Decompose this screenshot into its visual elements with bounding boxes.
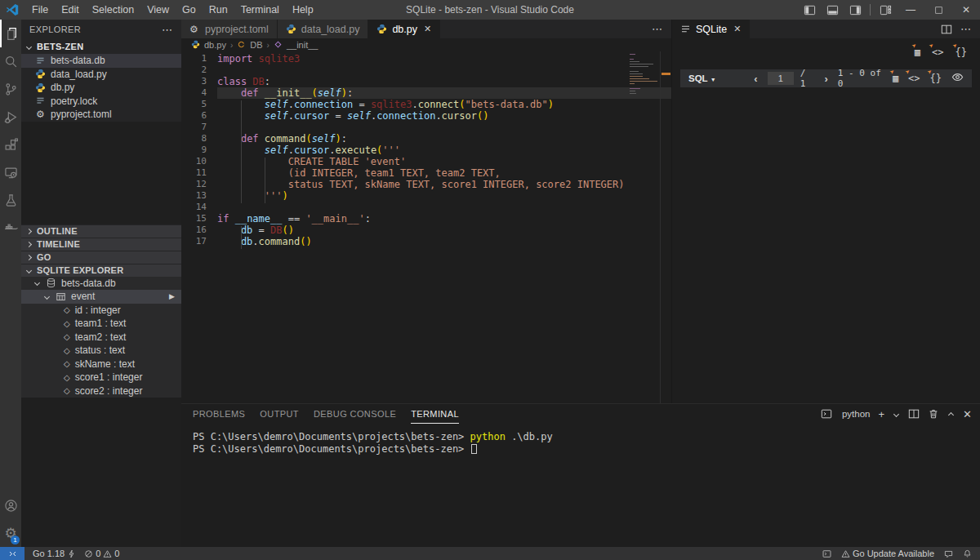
sqlite-table-row-event[interactable]: event▶ bbox=[21, 290, 181, 304]
code-line-13[interactable]: 13 ''') bbox=[181, 190, 671, 202]
close-window-button[interactable]: ✕ bbox=[952, 0, 980, 20]
tab-pyproject.toml[interactable]: ⚙pyproject.toml bbox=[181, 20, 278, 38]
menu-edit[interactable]: Edit bbox=[55, 0, 86, 20]
code-line-17[interactable]: 17 db.command() bbox=[181, 236, 671, 247]
code-line-12[interactable]: 12 status TEXT, skName TEXT, score1 INTE… bbox=[181, 179, 671, 190]
file-item-data_load.py[interactable]: data_load.py bbox=[21, 68, 181, 82]
project-root-row[interactable]: BETS-ZEN bbox=[21, 39, 181, 54]
column-row-id[interactable]: ◇id : integer bbox=[21, 304, 181, 318]
activity-explorer-icon[interactable] bbox=[0, 20, 21, 47]
terminal-output[interactable]: PS C:\Users\demro\Documents\projects\bet… bbox=[193, 431, 980, 455]
breadcrumb-item-DB[interactable]: DB bbox=[237, 40, 262, 50]
file-item-pyproject.toml[interactable]: ⚙pyproject.toml bbox=[21, 108, 181, 122]
panel-tab-output[interactable]: OUTPUT bbox=[260, 404, 299, 424]
column-row-team1[interactable]: ◇team1 : text bbox=[21, 317, 181, 331]
menu-help[interactable]: Help bbox=[286, 0, 320, 20]
notifications-bell-icon[interactable] bbox=[963, 549, 972, 558]
code-line-9[interactable]: 9 self.cursor.execute(''' bbox=[181, 144, 671, 156]
editor-scrollbar[interactable] bbox=[660, 51, 671, 403]
panel-tab-debug-console[interactable]: DEBUG CONSOLE bbox=[314, 404, 396, 424]
tab-db.py[interactable]: db.py✕ bbox=[368, 20, 440, 38]
tab-sqlite[interactable]: SQLite ✕ bbox=[672, 20, 750, 38]
minimap[interactable] bbox=[630, 54, 659, 96]
activity-source-control-icon[interactable] bbox=[0, 75, 21, 103]
activity-account-icon[interactable] bbox=[0, 491, 21, 519]
export-json-icon[interactable]: ➤{} bbox=[930, 73, 942, 84]
menu-selection[interactable]: Selection bbox=[86, 0, 140, 20]
code-line-7[interactable]: 7 bbox=[181, 122, 671, 133]
section-header-timeline[interactable]: TIMELINE bbox=[21, 238, 181, 251]
minimize-button[interactable]: — bbox=[897, 0, 924, 20]
toggle-panel-icon[interactable] bbox=[821, 0, 844, 20]
sql-mode-dropdown[interactable]: SQL▼ bbox=[688, 73, 716, 84]
code-editor[interactable]: 1import sqlite323class DB:4 def __init__… bbox=[181, 51, 671, 403]
sqlite-database-row[interactable]: bets-data.db bbox=[21, 277, 181, 291]
activity-extensions-icon[interactable] bbox=[0, 131, 21, 158]
export-html-icon[interactable]: ➤<> bbox=[908, 73, 920, 84]
close-tab-icon[interactable]: ✕ bbox=[733, 24, 741, 34]
maximize-panel-icon[interactable] bbox=[948, 411, 954, 417]
terminal-status-icon[interactable] bbox=[822, 549, 831, 558]
sqlite-more-actions-icon[interactable]: ⋯ bbox=[960, 23, 972, 35]
column-row-team2[interactable]: ◇team2 : text bbox=[21, 331, 181, 344]
feedback-icon[interactable] bbox=[944, 549, 953, 558]
code-line-16[interactable]: 16 db = DB() bbox=[181, 224, 671, 236]
section-header-outline[interactable]: OUTLINE bbox=[21, 224, 181, 238]
split-terminal-icon[interactable] bbox=[908, 408, 920, 420]
file-item-bets-data.db[interactable]: bets-data.db bbox=[21, 54, 181, 68]
code-line-2[interactable]: 2 bbox=[181, 64, 671, 76]
breadcrumb-item-__init__[interactable]: __init__ bbox=[274, 40, 318, 50]
menu-file[interactable]: File bbox=[25, 0, 55, 20]
page-input[interactable]: 1 bbox=[768, 72, 794, 85]
code-line-1[interactable]: 1import sqlite3 bbox=[181, 53, 671, 64]
activity-remote-explorer-icon[interactable] bbox=[0, 158, 21, 186]
editor-more-actions-icon[interactable]: ⋯ bbox=[652, 23, 663, 35]
explorer-more-icon[interactable]: ⋯ bbox=[162, 24, 173, 36]
code-line-10[interactable]: 10 CREATE TABLE 'event' bbox=[181, 156, 671, 167]
maximize-button[interactable] bbox=[924, 0, 952, 20]
code-line-14[interactable]: 14 bbox=[181, 202, 671, 213]
panel-tab-problems[interactable]: PROBLEMS bbox=[193, 404, 245, 424]
terminal-dropdown-icon[interactable] bbox=[893, 411, 899, 416]
customize-layout-icon[interactable] bbox=[874, 0, 897, 20]
export-html-icon[interactable]: ➤<> bbox=[932, 47, 943, 58]
file-item-db.py[interactable]: db.py bbox=[21, 81, 181, 95]
menu-terminal[interactable]: Terminal bbox=[234, 0, 286, 20]
panel-tab-terminal[interactable]: TERMINAL bbox=[411, 404, 459, 424]
column-row-score2[interactable]: ◇score2 : integer bbox=[21, 384, 181, 398]
go-version-status[interactable]: Go 1.18 bbox=[33, 549, 76, 558]
breadcrumb-item-db.py[interactable]: db.py bbox=[191, 40, 226, 50]
code-line-3[interactable]: 3class DB: bbox=[181, 76, 671, 87]
code-line-11[interactable]: 11 (id INTEGER, team1 TEXT, team2 TEXT, bbox=[181, 167, 671, 179]
sqlite-explorer-header[interactable]: SQLITE EXPLORER bbox=[21, 264, 181, 277]
kill-terminal-trash-icon[interactable] bbox=[928, 408, 939, 420]
go-update-status[interactable]: Go Update Available bbox=[841, 549, 934, 558]
activity-settings-icon[interactable]: ⚙1 bbox=[0, 519, 21, 547]
prev-page-button[interactable]: ‹ bbox=[751, 73, 760, 85]
column-row-score1[interactable]: ◇score1 : integer bbox=[21, 371, 181, 384]
toggle-columns-eye-icon[interactable] bbox=[951, 71, 964, 86]
column-row-skName[interactable]: ◇skName : text bbox=[21, 358, 181, 371]
export-json-icon[interactable]: ➤{} bbox=[956, 47, 967, 58]
next-page-button[interactable]: › bbox=[821, 73, 831, 85]
toggle-secondary-sidebar-icon[interactable] bbox=[844, 0, 866, 20]
code-line-4[interactable]: 4 def __init__(self): bbox=[181, 87, 671, 99]
activity-testing-icon[interactable] bbox=[0, 186, 21, 214]
close-panel-icon[interactable]: ✕ bbox=[963, 408, 972, 420]
split-editor-icon[interactable] bbox=[941, 24, 952, 35]
file-item-poetry.lock[interactable]: poetry.lock bbox=[21, 95, 181, 109]
code-line-15[interactable]: 15if __name__ == '__main__': bbox=[181, 213, 671, 224]
column-row-status[interactable]: ◇status : text bbox=[21, 344, 181, 358]
menu-run[interactable]: Run bbox=[203, 0, 234, 20]
remote-indicator-icon[interactable] bbox=[0, 547, 24, 560]
toggle-sidebar-icon[interactable] bbox=[798, 0, 821, 20]
menu-go[interactable]: Go bbox=[176, 0, 203, 20]
activity-docker-icon[interactable] bbox=[0, 214, 21, 242]
activity-run-debug-icon[interactable] bbox=[0, 103, 21, 131]
section-header-go[interactable]: GO bbox=[21, 251, 181, 264]
new-terminal-icon[interactable]: + bbox=[879, 408, 885, 420]
code-line-6[interactable]: 6 self.cursor = self.connection.cursor() bbox=[181, 110, 671, 122]
tab-data_load.py[interactable]: data_load.py bbox=[278, 20, 369, 38]
code-line-5[interactable]: 5 self.connection = sqlite3.connect("bet… bbox=[181, 99, 671, 110]
export-table-icon[interactable]: ➤▦ bbox=[915, 47, 920, 58]
